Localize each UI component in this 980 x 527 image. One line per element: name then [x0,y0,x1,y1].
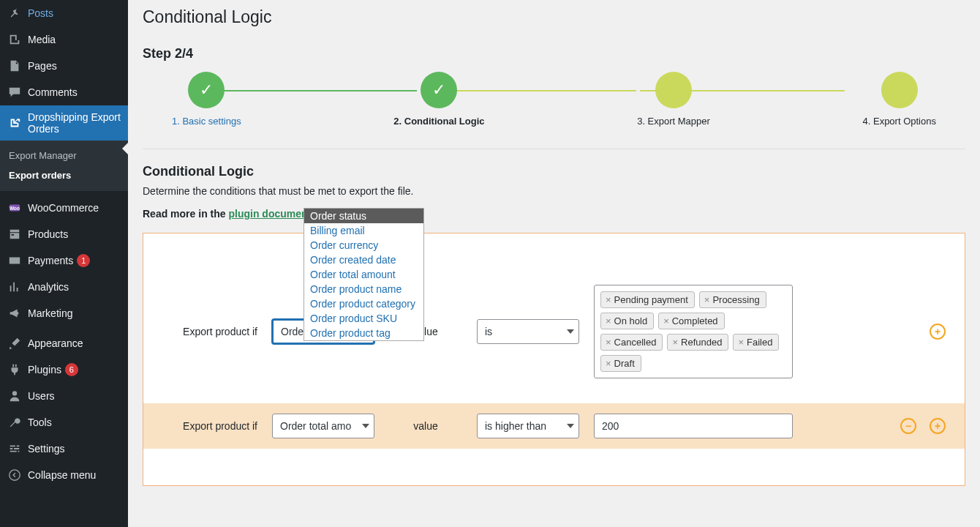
remove-tag-icon[interactable]: × [672,337,678,348]
operator-select[interactable]: is higher than [477,414,579,438]
submenu-item[interactable]: Export orders [0,165,128,185]
submenu-item[interactable]: Export Manager [0,146,128,165]
field-select[interactable]: Order total amo [272,414,374,438]
select-value: is higher than [485,420,546,432]
sidebar-item-label: Media [28,34,56,45]
check-icon: ✓ [421,72,457,108]
sidebar-item-label: WooCommerce [28,202,99,214]
rule-row: Export product if Order total amo value … [143,403,965,449]
step-basic-settings[interactable]: ✓ 1. Basic settings [172,72,241,127]
export-icon [7,116,22,130]
sidebar-item-label: Dropshipping Export Orders [28,111,121,135]
step-label: 2. Conditional Logic [393,116,484,127]
step-indicator: Step 2/4 [143,46,965,61]
help-prefix: Read more in the [143,208,228,220]
admin-sidebar: PostsMediaPagesCommentsDropshipping Expo… [0,0,128,527]
rule-row: Export product if Order status value is … [143,255,965,389]
step-export-mapper[interactable]: 3. Export Mapper [637,72,710,127]
status-tag[interactable]: ×Processing [699,291,766,308]
status-tag[interactable]: ×Pending payment [600,291,695,308]
add-rule-icon[interactable] [930,324,946,340]
sidebar-item-label: Marketing [28,307,72,319]
wrench-icon [7,415,22,430]
dropdown-option[interactable]: Billing email [304,223,423,238]
field-dropdown[interactable]: Order statusBilling emailOrder currencyO… [304,208,424,341]
remove-tag-icon[interactable]: × [663,315,669,326]
add-rule-icon[interactable] [930,418,946,434]
sidebar-item-plugins[interactable]: Plugins6 [0,356,128,383]
remove-rule-icon[interactable] [900,418,916,434]
pin-icon [7,6,22,20]
dropdown-option[interactable]: Order product tag [304,326,423,340]
step-export-options[interactable]: 4. Export Options [863,72,936,127]
stepper-connector [219,90,417,91]
chevron-down-icon [362,424,369,428]
sidebar-item-label: Pages [28,60,57,72]
status-tag[interactable]: ×Cancelled [600,334,663,351]
dropdown-option[interactable]: Order created date [304,253,423,267]
rules-panel: Export product if Order status value is … [143,233,965,486]
sidebar-item-tools[interactable]: Tools [0,409,128,436]
sidebar-item-label: Settings [28,443,65,455]
update-badge: 6 [65,363,78,376]
status-tag[interactable]: ×Refunded [667,334,728,351]
sidebar-item-posts[interactable]: Posts [0,0,128,26]
remove-tag-icon[interactable]: × [606,337,611,348]
dropdown-option[interactable]: Order product name [304,282,423,296]
media-icon [7,32,22,47]
woo-icon: Woo [7,201,22,215]
chevron-down-icon [567,424,574,428]
dropdown-option[interactable]: Order product SKU [304,311,423,326]
status-tag[interactable]: ×Completed [658,313,724,329]
dropdown-option[interactable]: Order status [304,209,423,223]
status-multiselect[interactable]: ×Pending payment×Processing×On hold×Comp… [594,285,793,378]
sidebar-item-comments[interactable]: Comments [0,79,128,105]
remove-tag-icon[interactable]: × [606,315,611,326]
status-tag[interactable]: ×Failed [733,334,779,351]
operator-select[interactable]: is [477,319,579,344]
sidebar-item-pages[interactable]: Pages [0,53,128,79]
dropdown-option[interactable]: Order currency [304,238,423,253]
step-conditional-logic[interactable]: ✓ 2. Conditional Logic [393,72,484,127]
rule-actions [930,324,946,340]
dropdown-option[interactable]: Order total amount [304,267,423,282]
sidebar-item-woocommerce[interactable]: WooWooCommerce [0,195,128,221]
sidebar-item-label: Payments [28,255,73,266]
status-tag[interactable]: ×Draft [600,355,641,372]
sidebar-item-settings[interactable]: Settings [0,436,128,462]
sidebar-item-analytics[interactable]: Analytics [0,274,128,300]
dropdown-option[interactable]: Order product category [304,296,423,311]
remove-tag-icon[interactable]: × [738,337,744,348]
comment-icon [7,85,22,100]
payments-icon [7,253,22,268]
remove-tag-icon[interactable]: × [606,294,611,305]
sidebar-item-dropshipping-export-orders[interactable]: Dropshipping Export OrdersExport Manager… [0,105,128,191]
sidebar-item-label: Analytics [28,281,69,293]
chart-icon [7,280,22,294]
sidebar-item-products[interactable]: Products [0,221,128,247]
remove-tag-icon[interactable]: × [606,358,611,369]
sidebar-item-collapse-menu[interactable]: Collapse menu [0,462,128,488]
sidebar-item-label: Plugins [28,364,61,375]
sidebar-item-payments[interactable]: Payments1 [0,247,128,274]
select-value: is [485,326,492,337]
svg-point-3 [10,470,20,480]
step-circle [655,72,692,108]
sliders-icon [7,441,22,456]
page-title: Conditional Logic [143,0,965,31]
status-tag[interactable]: ×On hold [600,313,654,329]
sidebar-item-appearance[interactable]: Appearance [0,330,128,356]
select-value: Order total amo [280,420,351,432]
sidebar-item-marketing[interactable]: Marketing [0,300,128,326]
value-label: value [411,420,440,432]
collapse-icon [7,468,22,482]
sidebar-item-media[interactable]: Media [0,26,128,53]
section-description: Determine the conditions that must be me… [143,185,581,197]
sidebar-item-label: Comments [28,86,78,98]
sidebar-item-label: Posts [28,7,53,19]
value-input[interactable] [594,414,793,438]
sidebar-item-users[interactable]: Users [0,383,128,409]
svg-point-2 [12,391,17,395]
remove-tag-icon[interactable]: × [704,294,710,305]
main-content: Conditional Logic Step 2/4 ✓ 1. Basic se… [128,0,980,527]
